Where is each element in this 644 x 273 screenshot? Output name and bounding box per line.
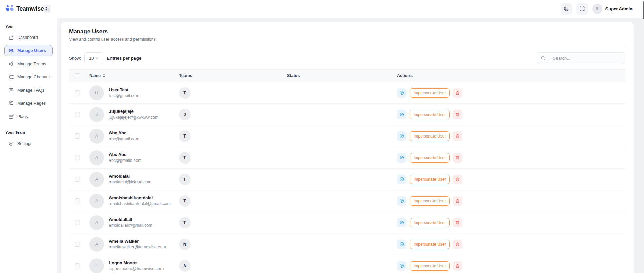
user-menu[interactable]: S Super Admin (592, 4, 633, 14)
teams-icon (8, 61, 14, 67)
users-icon (8, 48, 14, 53)
user-initial-avatar: A (89, 215, 104, 230)
trash-icon (455, 220, 460, 225)
sidebar-item-label: Manage Users (17, 48, 46, 53)
delete-user-button[interactable] (453, 240, 462, 249)
search-input[interactable] (549, 53, 625, 64)
impersonate-user-button[interactable]: Impersonate User (410, 218, 450, 227)
user-row: A Amoldalal amoldalal@icloud.com T (69, 169, 625, 190)
delete-user-button[interactable] (453, 131, 462, 141)
user-name-text: Abc Abc (109, 152, 142, 158)
user-name: Super Admin (605, 6, 633, 11)
sidebar-toggle-button[interactable] (44, 5, 51, 13)
delete-user-button[interactable] (453, 88, 462, 98)
sidebar-item[interactable]: Plans (4, 111, 53, 122)
delete-user-button[interactable] (453, 153, 462, 163)
edit-user-button[interactable] (397, 131, 406, 141)
edit-user-button[interactable] (397, 196, 406, 206)
team-initial-avatar: N (179, 239, 191, 250)
row-checkbox[interactable] (75, 177, 80, 182)
chevron-down-icon (95, 56, 99, 60)
edit-user-button[interactable] (397, 153, 406, 163)
dark-mode-button[interactable] (561, 3, 572, 15)
edit-user-button[interactable] (397, 261, 406, 271)
user-email-text: abc@gmailo.com (109, 158, 142, 164)
table-header-row: Name Teams Status Actions (69, 69, 625, 82)
row-checkbox[interactable] (75, 133, 80, 139)
sidebar-item[interactable]: Manage Teams (4, 58, 53, 70)
sidebar-item-label: Dashboard (17, 35, 38, 40)
row-checkbox[interactable] (75, 198, 80, 203)
edit-user-button[interactable] (397, 218, 406, 227)
row-checkbox[interactable] (75, 220, 80, 225)
delete-user-button[interactable] (453, 175, 462, 184)
team-initial-avatar: T (179, 87, 191, 99)
sidebar-nav-you: Dashboard Manage Users Manage Teams Mana… (0, 32, 57, 122)
delete-user-button[interactable] (453, 196, 462, 206)
impersonate-user-button[interactable]: Impersonate User (410, 131, 450, 141)
impersonate-user-button[interactable]: Impersonate User (410, 88, 450, 98)
impersonate-user-button[interactable]: Impersonate User (410, 196, 450, 206)
sidebar-item[interactable]: Manage Pages (4, 98, 53, 109)
user-initial-avatar: J (89, 107, 104, 122)
fullscreen-button[interactable] (576, 3, 588, 15)
sidebar-item[interactable]: Manage Channels (4, 71, 53, 83)
sidebar-item-label: Manage Pages (17, 101, 46, 106)
entries-select[interactable]: 10 (84, 52, 103, 64)
sidebar-item[interactable]: Manage Users (4, 45, 53, 56)
user-email-text: amolshashikantdalal@gmail.com (109, 201, 171, 207)
user-name-text: Amoldalal (109, 173, 151, 179)
row-checkbox[interactable] (75, 242, 80, 247)
page-subtitle: View and control user access and permiss… (69, 37, 625, 42)
user-row: A Abc Abc abc@gmailo.com T (69, 147, 625, 169)
toggle-knob (282, 202, 286, 206)
users-table: Name Teams Status Actions U User (69, 69, 625, 273)
sidebar-item[interactable]: Settings (4, 138, 53, 149)
sidebar: Teamwise You Dashboard Manage Users (0, 0, 57, 273)
sort-icon[interactable] (103, 74, 105, 78)
teamwise-logo-icon (5, 5, 15, 13)
user-row: J Jujukejejeje jujukejejeje@gkwkww.com J (69, 104, 625, 125)
user-name-text: User Test (109, 87, 139, 93)
trash-icon (455, 91, 460, 95)
sidebar-section-you: You (5, 24, 57, 28)
select-all-checkbox[interactable] (75, 73, 80, 78)
edit-icon (399, 155, 404, 160)
logo-row: Teamwise (0, 0, 57, 18)
moon-icon (563, 6, 569, 12)
edit-user-button[interactable] (397, 240, 406, 249)
edit-icon (399, 263, 404, 268)
toggle-knob (282, 180, 286, 184)
edit-icon (399, 198, 404, 203)
topbar: S Super Admin (57, 0, 644, 18)
user-email-text: amoldallall@gmail.com (109, 223, 152, 228)
row-checkbox[interactable] (75, 155, 80, 160)
user-initial-avatar: L (89, 258, 104, 273)
sidebar-item[interactable]: Manage FAQs (4, 84, 53, 96)
impersonate-user-button[interactable]: Impersonate User (410, 240, 450, 249)
delete-user-button[interactable] (453, 110, 462, 119)
user-initial-avatar: U (89, 85, 104, 100)
row-checkbox[interactable] (75, 90, 80, 95)
delete-user-button[interactable] (453, 261, 462, 271)
row-checkbox[interactable] (75, 112, 80, 117)
edit-user-button[interactable] (397, 175, 406, 184)
delete-user-button[interactable] (453, 218, 462, 227)
impersonate-user-button[interactable]: Impersonate User (410, 110, 450, 119)
show-label: Show: (69, 56, 81, 61)
sidebar-item[interactable]: Dashboard (4, 32, 53, 43)
edit-user-button[interactable] (397, 110, 406, 119)
trash-icon (455, 199, 460, 203)
trash-icon (455, 177, 460, 182)
user-row: A Abc Abc abc@gmail.com T (69, 125, 625, 147)
edit-user-button[interactable] (397, 88, 406, 98)
impersonate-user-button[interactable]: Impersonate User (410, 261, 450, 271)
impersonate-user-button[interactable]: Impersonate User (410, 153, 450, 163)
impersonate-user-button[interactable]: Impersonate User (410, 175, 450, 184)
team-initial-avatar: T (179, 152, 191, 164)
team-initial-avatar: T (179, 217, 191, 228)
manage-users-card: Manage Users View and control user acces… (61, 22, 634, 273)
column-header-actions: Actions (394, 73, 625, 78)
user-initial-avatar: A (89, 172, 104, 187)
row-checkbox[interactable] (75, 263, 80, 268)
